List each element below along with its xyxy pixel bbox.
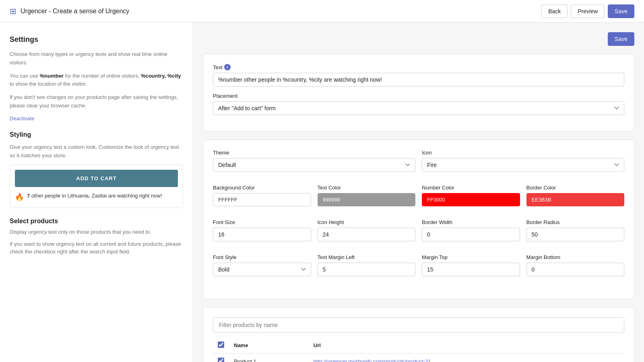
- font-size-label: Font Size: [213, 219, 311, 225]
- select-products-desc2: If you want to show urgency text on all …: [10, 240, 183, 256]
- number-color-group: Number Color: [422, 185, 520, 206]
- settings-desc1: Choose from many types or urgency texts …: [10, 50, 183, 67]
- border-width-input[interactable]: [422, 228, 520, 241]
- sidebar: Settings Choose from many types or urgen…: [0, 23, 193, 362]
- preview-box: ADD TO CART 🔥 7 other people in Lithuani…: [10, 165, 183, 208]
- urgency-preview-text: 7 other people in Lithuania, Zasliai are…: [27, 192, 162, 200]
- icon-height-input[interactable]: [318, 228, 416, 241]
- border-color-group: Border Color: [526, 185, 625, 206]
- margin-bottom-input[interactable]: [526, 263, 625, 276]
- content-area: Save Text i Placement After "Add to cart…: [193, 23, 644, 362]
- urgency-preview: 🔥 7 other people in Lithuania, Zasliai a…: [15, 192, 178, 203]
- name-col-header: Name: [229, 337, 309, 354]
- icon-label: Icon: [422, 150, 624, 156]
- fire-icon: 🔥: [15, 192, 24, 203]
- deactivate-link[interactable]: Deactivate: [10, 115, 34, 121]
- theme-form-group: Theme Default Minimal Bold: [213, 150, 415, 172]
- styling-card: Theme Default Minimal Bold Icon Fire Sta…: [203, 140, 634, 299]
- placement-label: Placement: [213, 93, 624, 99]
- font-style-label: Font Style: [213, 254, 311, 260]
- save-button-content[interactable]: Save: [608, 32, 634, 46]
- bg-color-group: Background Color: [213, 185, 311, 206]
- preview-button[interactable]: Preview: [571, 4, 605, 18]
- urgency-message: other people in Lithuania, Zasliai are w…: [31, 193, 162, 199]
- number-color-input[interactable]: [422, 193, 520, 206]
- border-radius-label: Border Radius: [526, 219, 625, 225]
- select-products-desc1: Display urgency text only on those produ…: [10, 228, 183, 236]
- styling-title: Styling: [10, 131, 183, 138]
- font-size-group: Font Size: [213, 219, 311, 241]
- font-style-group: Font Style Bold Normal Italic: [213, 254, 311, 276]
- icon-select[interactable]: Fire Star Heart Clock: [422, 158, 624, 172]
- margin-top-input[interactable]: [422, 263, 520, 276]
- font-style-select[interactable]: Bold Normal Italic: [213, 263, 311, 276]
- border-width-label: Border Width: [422, 219, 520, 225]
- settings-title: Settings: [10, 35, 183, 44]
- margin-top-label: Margin Top: [422, 254, 520, 260]
- save-top-row: Save: [203, 32, 634, 46]
- number-color-label: Number Color: [422, 185, 520, 191]
- product-name-cell: Product 1: [229, 354, 309, 362]
- cache-warning: If you don't see changes on your product…: [10, 93, 183, 110]
- font-margin-row: Font Style Bold Normal Italic Text Margi…: [213, 254, 624, 283]
- checkbox-col-header: [213, 337, 229, 354]
- theme-select[interactable]: Default Minimal Bold: [213, 158, 415, 172]
- add-to-cart-preview: ADD TO CART: [15, 170, 178, 187]
- text-info-icon[interactable]: i: [224, 64, 231, 70]
- text-color-input[interactable]: [318, 193, 416, 206]
- icon-height-group: Icon Height: [318, 219, 416, 241]
- product-checkbox-0[interactable]: [218, 358, 224, 362]
- select-all-checkbox[interactable]: [218, 341, 224, 348]
- nav-right: Back Preview Save: [541, 4, 634, 18]
- border-radius-group: Border Radius: [526, 219, 625, 241]
- products-table: Name Url Product 1 http://urgencer.mysho…: [213, 337, 624, 362]
- product-url-cell: http://urgencer.myshopify.com/products/p…: [309, 354, 624, 362]
- text-margin-left-group: Text Margin Left: [318, 254, 416, 276]
- text-input[interactable]: [213, 73, 624, 86]
- border-width-group: Border Width: [422, 219, 520, 241]
- border-color-label: Border Color: [526, 185, 625, 191]
- row-checkbox-cell: [213, 354, 229, 362]
- products-card: Name Url Product 1 http://urgencer.mysho…: [203, 307, 634, 362]
- placement-form-group: Placement After "Add to cart" form Befor…: [213, 93, 624, 115]
- settings-desc2: You can use %number for the number of on…: [10, 72, 183, 89]
- main-container: Settings Choose from many types or urgen…: [0, 23, 644, 362]
- bg-color-input[interactable]: [213, 193, 311, 206]
- app-title: Urgencer - Create a sense of Urgency: [21, 8, 129, 15]
- border-color-input[interactable]: [526, 193, 625, 206]
- icon-height-label: Icon Height: [318, 219, 416, 225]
- color-row: Background Color Text Color Number Color…: [213, 185, 624, 213]
- top-navigation: ⊞ Urgencer - Create a sense of Urgency B…: [0, 0, 644, 23]
- nav-left: ⊞ Urgencer - Create a sense of Urgency: [10, 6, 129, 16]
- icon-form-group: Icon Fire Star Heart Clock: [422, 150, 624, 172]
- margin-bottom-group: Margin Bottom: [526, 254, 625, 276]
- urgency-number: 7: [27, 193, 30, 199]
- select-products-title: Select products: [10, 218, 183, 225]
- save-button-top[interactable]: Save: [608, 4, 634, 18]
- country-city-keyword: %country, %city: [141, 73, 181, 79]
- app-icon: ⊞: [10, 6, 17, 16]
- border-radius-input[interactable]: [526, 228, 625, 241]
- margin-top-group: Margin Top: [422, 254, 520, 276]
- placement-select[interactable]: After "Add to cart" form Before "Add to …: [213, 101, 624, 115]
- select-products-section: Select products Display urgency text onl…: [10, 218, 183, 256]
- font-size-input[interactable]: [213, 228, 311, 241]
- text-margin-left-input[interactable]: [318, 263, 416, 276]
- text-color-label: Text Color: [318, 185, 416, 191]
- text-margin-left-label: Text Margin Left: [318, 254, 416, 260]
- products-table-header: Name Url: [213, 337, 624, 354]
- theme-label: Theme: [213, 150, 415, 156]
- styling-desc: Give your urgency text a custom look. Cu…: [10, 143, 183, 160]
- product-url-link[interactable]: http://urgencer.myshopify.com/products/p…: [314, 358, 431, 362]
- size-row: Font Size Icon Height Border Width Borde…: [213, 219, 624, 248]
- theme-icon-row: Theme Default Minimal Bold Icon Fire Sta…: [213, 150, 624, 178]
- text-color-group: Text Color: [318, 185, 416, 206]
- products-header-row: Name Url: [213, 337, 624, 354]
- number-keyword: %number: [40, 73, 64, 79]
- products-table-body: Product 1 http://urgencer.myshopify.com/…: [213, 354, 624, 362]
- text-placement-card: Text i Placement After "Add to cart" for…: [203, 54, 634, 132]
- url-col-header: Url: [309, 337, 624, 354]
- text-label: Text i: [213, 64, 624, 70]
- product-filter-input[interactable]: [213, 317, 624, 333]
- back-button[interactable]: Back: [541, 4, 568, 18]
